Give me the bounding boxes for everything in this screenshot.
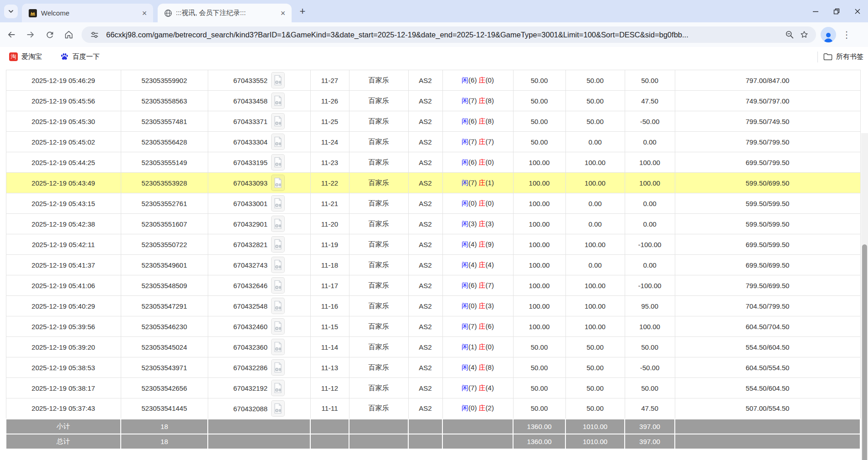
summary-label: 总计 (6, 434, 121, 449)
home-button[interactable] (60, 26, 78, 44)
close-window-button[interactable] (847, 0, 868, 22)
summary-empty (310, 434, 349, 449)
video-playback-button[interactable] (271, 93, 285, 109)
video-playback-button[interactable] (271, 195, 285, 212)
cell-bet-amount: 100.00 (513, 255, 565, 275)
video-playback-button[interactable] (271, 298, 285, 314)
cell-bet-time: 2025-12-19 05:45:30 (6, 111, 121, 132)
cell-win-loss: 50.00 (625, 337, 675, 357)
table-row: 2025-12-19 05:43:49523053553928670433093… (6, 173, 860, 193)
cell-serial-number: 523053559902 (121, 70, 208, 91)
cell-serial-number: 523053549601 (121, 255, 208, 275)
cell-bet-time: 2025-12-19 05:37:43 (6, 398, 121, 419)
cell-valid-amount: 100.00 (565, 152, 625, 173)
video-playback-button[interactable] (271, 277, 285, 294)
cell-bet-time: 2025-12-19 05:38:17 (6, 378, 121, 398)
video-playback-button[interactable] (271, 257, 285, 273)
cell-bet-amount: 100.00 (513, 296, 565, 316)
profile-avatar[interactable] (821, 27, 836, 42)
bookmark-taobao[interactable]: 淘 爱淘宝 (5, 50, 46, 64)
cell-bet-detail: 闲(1) 庄(0) (442, 337, 513, 357)
cell-video-id: 670433458 (208, 91, 310, 111)
cell-video-id: 670432192 (208, 378, 310, 398)
tab-close-icon[interactable]: × (139, 8, 149, 18)
cell-round: 11-18 (310, 255, 349, 275)
cell-valid-amount: 100.00 (565, 296, 625, 316)
video-playback-button[interactable] (271, 359, 285, 376)
bookmark-star-icon[interactable] (797, 27, 812, 42)
video-playback-button[interactable] (271, 400, 285, 417)
summary-winloss-total: 397.00 (625, 434, 675, 449)
bet-table-body: 2025-12-19 05:46:29523053559902670433552… (6, 70, 860, 449)
video-playback-button[interactable] (271, 236, 285, 253)
reload-button[interactable] (41, 26, 59, 44)
cell-round: 11-17 (310, 275, 349, 296)
url-bar[interactable]: 66cxkj98.com/game/betrecord_search/kind3… (82, 26, 816, 43)
cell-bet-detail: 闲(7) 庄(8) (442, 91, 513, 111)
cell-balance: 554.50/604.50 (675, 337, 860, 357)
all-bookmarks-button[interactable]: 所有书签 (823, 52, 863, 61)
cell-round: 11-27 (310, 70, 349, 91)
site-info-icon[interactable] (87, 27, 102, 42)
cell-serial-number: 523053543971 (121, 357, 208, 378)
cell-win-loss: 100.00 (625, 316, 675, 337)
url-text[interactable]: 66cxkj98.com/game/betrecord_search/kind3… (106, 31, 782, 39)
table-row: 2025-12-19 05:40:29523053547291670432548… (6, 296, 860, 316)
cell-balance: 507.00/554.50 (675, 398, 860, 419)
zoom-out-icon[interactable] (782, 27, 797, 42)
cell-bet-detail: 闲(4) 庄(9) (442, 234, 513, 255)
video-playback-button[interactable] (271, 339, 285, 355)
scrollbar-thumb[interactable] (862, 244, 867, 460)
bookmark-baidu[interactable]: 百度一下 (56, 50, 103, 64)
table-row: 2025-12-19 05:46:29523053559902670433552… (6, 70, 860, 91)
tab-close-icon[interactable]: × (278, 8, 288, 18)
video-playback-button[interactable] (271, 216, 285, 232)
browser-menu-button[interactable]: ⋮ (839, 27, 854, 42)
minimize-button[interactable] (805, 0, 826, 22)
cell-table-name: AS2 (408, 316, 442, 337)
cell-valid-amount: 50.00 (565, 111, 625, 132)
table-row: 2025-12-19 05:38:53523053543971670432286… (6, 357, 860, 378)
chevron-down-icon (8, 8, 14, 15)
cell-valid-amount: 0.00 (565, 132, 625, 152)
bet-record-table: 2025-12-19 05:46:29523053559902670433552… (5, 70, 861, 450)
cell-bet-amount: 50.00 (513, 337, 565, 357)
summary-winloss-total: 397.00 (625, 419, 675, 434)
cell-balance: 699.50/799.50 (675, 152, 860, 173)
cell-table-name: AS2 (408, 132, 442, 152)
summary-empty (675, 419, 860, 434)
video-playback-button[interactable] (271, 318, 285, 335)
cell-valid-amount: 100.00 (565, 275, 625, 296)
cell-win-loss: 0.00 (625, 193, 675, 214)
cell-bet-amount: 100.00 (513, 234, 565, 255)
video-playback-button[interactable] (271, 72, 285, 88)
cell-balance: 799.50/699.50 (675, 275, 860, 296)
restore-button[interactable] (826, 0, 847, 22)
cell-bet-amount: 50.00 (513, 132, 565, 152)
new-tab-button[interactable]: + (297, 6, 308, 17)
scrollbar-track[interactable] (861, 133, 868, 460)
cell-valid-amount: 0.00 (565, 193, 625, 214)
tab-search-button[interactable] (4, 5, 18, 18)
tab-welcome[interactable]: Welcome × (22, 4, 153, 22)
back-button[interactable] (2, 26, 21, 44)
cell-game-name: 百家乐 (349, 255, 408, 275)
summary-empty (408, 419, 442, 434)
cell-bet-time: 2025-12-19 05:45:56 (6, 91, 121, 111)
baidu-paw-icon (60, 52, 69, 61)
forward-button[interactable] (21, 26, 40, 44)
video-playback-button[interactable] (271, 154, 285, 171)
cell-table-name: AS2 (408, 111, 442, 132)
summary-empty (349, 419, 408, 434)
video-playback-button[interactable] (271, 380, 285, 396)
video-playback-button[interactable] (271, 113, 285, 129)
cell-serial-number: 523053552761 (121, 193, 208, 214)
video-playback-button[interactable] (271, 134, 285, 150)
tab-betrecord[interactable]: :::视讯, 会员下注纪录::: × (158, 4, 292, 22)
cell-balance: 699.50/599.50 (675, 234, 860, 255)
cell-valid-amount: 50.00 (565, 91, 625, 111)
cell-bet-detail: 闲(7) 庄(1) (442, 173, 513, 193)
cell-game-name: 百家乐 (349, 214, 408, 234)
summary-valid-total: 1010.00 (565, 419, 625, 434)
video-playback-button[interactable] (271, 175, 285, 191)
